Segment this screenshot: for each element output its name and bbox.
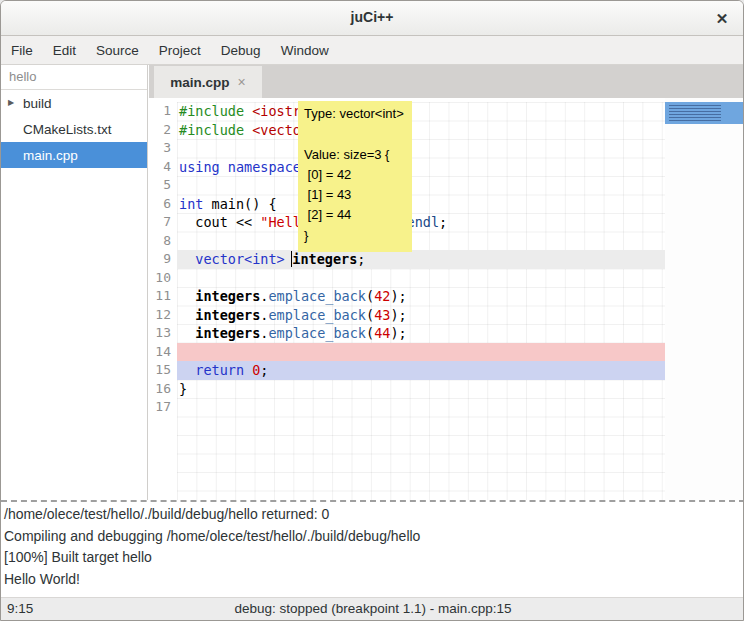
line-number[interactable]: 10 — [149, 269, 177, 288]
code-segment — [179, 288, 195, 304]
tooltip-line: Type: vector<int> — [304, 104, 406, 124]
code-segment: ; — [357, 251, 365, 267]
code-segment: ( — [366, 288, 374, 304]
tooltip-line: [2] = 44 — [304, 205, 406, 225]
menu-item-debug[interactable]: Debug — [211, 36, 271, 64]
menu-item-window[interactable]: Window — [271, 36, 339, 64]
file-name: main.cpp — [23, 148, 78, 163]
code-text: vector<int> integers; — [177, 250, 665, 269]
terminal-output[interactable]: /home/olece/test/hello/./build/debug/hel… — [1, 500, 744, 599]
line-number[interactable]: 9 — [149, 250, 177, 269]
code-text — [177, 139, 665, 158]
code-text: integers.emplace_back(43); — [177, 306, 665, 325]
code-segment — [179, 325, 195, 341]
minimap-code-preview — [669, 105, 721, 121]
code-segment: int — [179, 196, 203, 212]
code-line[interactable]: 12 integers.emplace_back(43); — [149, 306, 665, 325]
code-text: using namespace std; — [177, 158, 665, 177]
close-icon[interactable]: ✕ — [711, 8, 733, 30]
code-segment — [244, 362, 252, 378]
sidebar-item-build[interactable]: ▶build — [1, 90, 147, 116]
code-segment: ( — [366, 325, 374, 341]
code-segment: ); — [390, 325, 406, 341]
code-line[interactable]: 11 integers.emplace_back(42); — [149, 287, 665, 306]
code-segment: emplace_back — [268, 307, 366, 323]
code-segment — [220, 159, 228, 175]
line-number[interactable]: 1 — [149, 102, 177, 121]
code-segment: 43 — [374, 307, 390, 323]
code-segment: using — [179, 159, 220, 175]
code-segment: cout << — [179, 214, 260, 230]
terminal-line: /home/olece/test/hello/./build/debug/hel… — [4, 504, 744, 526]
line-number[interactable]: 12 — [149, 306, 177, 325]
project-root-label: hello — [1, 65, 147, 90]
code-line[interactable]: 10 — [149, 269, 665, 288]
code-line[interactable]: 15 return 0; — [149, 361, 665, 380]
tooltip-line: } — [304, 226, 406, 246]
line-number[interactable]: 11 — [149, 287, 177, 306]
code-segment: integers — [291, 251, 357, 267]
debug-value-tooltip: Type: vector<int>Value: size=3 { [0] = 4… — [298, 101, 412, 252]
menu-item-source[interactable]: Source — [86, 36, 149, 64]
code-text: return 0; — [177, 361, 665, 380]
code-segment — [244, 103, 252, 119]
expander-icon[interactable]: ▶ — [8, 98, 14, 107]
menu-item-project[interactable]: Project — [149, 36, 211, 64]
file-name: CMakeLists.txt — [23, 122, 112, 137]
code-segment: vector<int> — [195, 251, 284, 267]
code-segment: emplace_back — [268, 288, 366, 304]
tooltip-line: [0] = 42 — [304, 165, 406, 185]
code-segment: ); — [390, 288, 406, 304]
line-number[interactable]: 4 — [149, 158, 177, 177]
tab-close-icon[interactable]: × — [238, 74, 246, 90]
code-text: #include <iostream> — [177, 102, 665, 121]
sidebar-item-main-cpp[interactable]: main.cpp — [1, 142, 147, 168]
code-segment: integers — [195, 307, 260, 323]
minimap-slider[interactable] — [665, 102, 744, 124]
code-segment: 44 — [374, 325, 390, 341]
code-text: #include <vector> — [177, 121, 665, 140]
tab-main-cpp[interactable]: main.cpp × — [154, 66, 262, 98]
code-segment: 42 — [374, 288, 390, 304]
debug-status: debug: stopped (breakpoint 1.1) - main.c… — [1, 601, 744, 616]
terminal-line: Compiling and debugging /home/olece/test… — [4, 526, 744, 548]
code-line[interactable]: 14 — [149, 343, 665, 362]
code-line[interactable]: 17 — [149, 398, 665, 417]
code-segment: ( — [366, 307, 374, 323]
title-bar[interactable]: juCi++ ✕ — [1, 1, 743, 36]
line-number[interactable]: 7 — [149, 213, 177, 232]
line-number[interactable]: 3 — [149, 139, 177, 158]
menu-item-file[interactable]: File — [1, 36, 43, 64]
line-number[interactable]: 13 — [149, 324, 177, 343]
tooltip-line — [304, 124, 406, 144]
code-text: cout << "Hello World!" << endl; — [177, 213, 665, 232]
code-text — [177, 176, 665, 195]
code-line[interactable]: 13 integers.emplace_back(44); — [149, 324, 665, 343]
sidebar-item-cmakelists-txt[interactable]: CMakeLists.txt — [1, 116, 147, 142]
code-line[interactable]: 16} — [149, 380, 665, 399]
line-number[interactable]: 16 — [149, 380, 177, 399]
terminal-line: Hello World! — [4, 569, 744, 591]
tooltip-line: [1] = 43 — [304, 185, 406, 205]
status-bar: 9:15 debug: stopped (breakpoint 1.1) - m… — [1, 597, 744, 620]
code-line[interactable]: 9 vector<int> integers; — [149, 250, 665, 269]
line-number[interactable]: 2 — [149, 121, 177, 140]
line-number[interactable]: 8 — [149, 232, 177, 251]
code-segment: namespace — [228, 159, 301, 175]
menu-bar: FileEditSourceProjectDebugWindow — [1, 36, 743, 65]
line-number[interactable]: 15 — [149, 361, 177, 380]
minimap[interactable] — [665, 98, 744, 500]
terminal-line: [100%] Built target hello — [4, 547, 744, 569]
code-segment: } — [179, 381, 187, 397]
code-text: } — [177, 380, 665, 399]
line-number[interactable]: 14 — [149, 343, 177, 362]
code-segment: ; — [260, 362, 268, 378]
code-segment: integers — [195, 325, 260, 341]
window-title: juCi++ — [1, 9, 743, 25]
line-number[interactable]: 5 — [149, 176, 177, 195]
line-number[interactable]: 6 — [149, 195, 177, 214]
menu-item-edit[interactable]: Edit — [43, 36, 86, 64]
line-number[interactable]: 17 — [149, 398, 177, 417]
juci-window: juCi++ ✕ FileEditSourceProjectDebugWindo… — [0, 0, 744, 621]
tab-bar: main.cpp × — [149, 65, 744, 98]
